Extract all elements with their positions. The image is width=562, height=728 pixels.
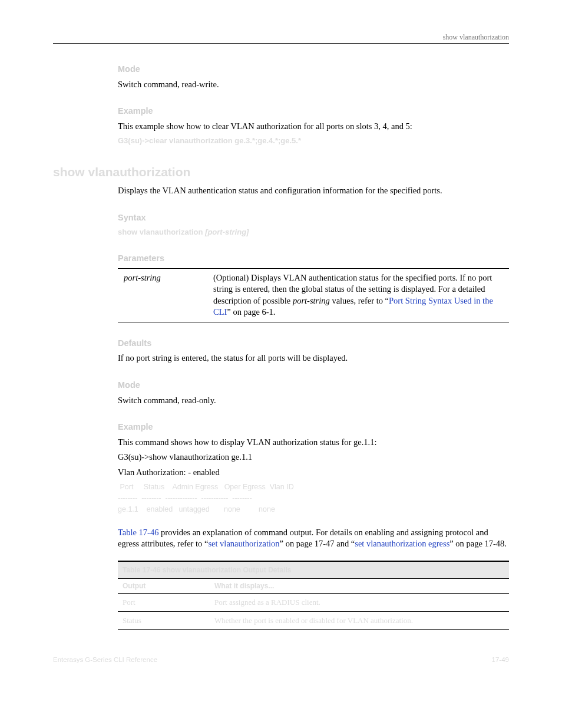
table-col-header-1: Output <box>118 578 210 593</box>
table-row: port-string (Optional) Displays VLAN aut… <box>118 268 509 322</box>
note-paragraph: Table 17-46 provides an explanation of c… <box>118 527 509 550</box>
parameters-table: port-string (Optional) Displays VLAN aut… <box>118 268 509 322</box>
running-header: show vlanauthorization <box>53 32 509 44</box>
command-description: Displays the VLAN authentication status … <box>118 185 509 197</box>
syntax-cmd: show vlanauthorization <box>118 228 205 236</box>
defaults-text: If no port string is entered, the status… <box>118 353 509 364</box>
param-desc-part3: ” on page 6-1. <box>227 307 275 317</box>
note-part-c: ” on page 17-48. <box>449 539 507 548</box>
example-text-2: This command shows how to display VLAN a… <box>118 437 509 449</box>
set-vlanauth-link[interactable]: set vlanauthorization <box>208 539 279 548</box>
table-cell: Whether the port is enabled or disabled … <box>210 611 509 630</box>
table-cell: Status <box>118 611 210 630</box>
parameters-heading: Parameters <box>118 253 509 265</box>
table-cell: Port <box>118 594 210 612</box>
example-text-1: This example show how to clear VLAN auth… <box>118 121 509 133</box>
param-desc-em: port-string <box>293 296 330 305</box>
example-output-block: Port Status Admin Egress Oper Egress Vla… <box>118 482 509 515</box>
param-desc-part2: values, refer to “ <box>330 296 389 305</box>
param-description: (Optional) Displays VLAN authentication … <box>210 268 509 322</box>
example-line-2: Vlan Authorization: - enabled <box>118 467 509 479</box>
mode-text-2: Switch command, read-only. <box>118 395 509 407</box>
output-details-table: Table 17-46 show vlanauthorization Outpu… <box>118 561 509 630</box>
mode-heading-2: Mode <box>118 380 509 391</box>
table-ref-link[interactable]: Table 17-46 <box>118 528 158 537</box>
defaults-heading: Defaults <box>118 338 509 350</box>
table-caption: Table 17-46 show vlanauthorization Outpu… <box>118 561 509 579</box>
example-code-1: G3(su)->clear vlanauthorization ge.3.*;g… <box>118 136 509 146</box>
footer-right: 17-49 <box>492 655 509 665</box>
example-heading-1: Example <box>118 106 509 117</box>
table-row: Port Port assigned as a RADIUS client. <box>118 594 509 612</box>
mode-heading-1: Mode <box>118 64 509 75</box>
mode-text-1: Switch command, read-write. <box>118 79 509 91</box>
page-footer: Enterasys G-Series CLI Reference 17-49 <box>53 655 509 665</box>
example-heading-2: Example <box>118 421 509 433</box>
table-cell: Port assigned as a RADIUS client. <box>210 594 509 612</box>
footer-left: Enterasys G-Series CLI Reference <box>53 655 157 665</box>
table-row: Status Whether the port is enabled or di… <box>118 611 509 630</box>
table-row: Table 17-46 show vlanauthorization Outpu… <box>118 561 509 579</box>
param-name: port-string <box>118 268 210 322</box>
table-col-header-2: What it displays... <box>210 578 509 593</box>
note-part-b: ” on page 17-47 and “ <box>280 539 355 548</box>
table-row: Output What it displays... <box>118 578 509 593</box>
syntax-line: show vlanauthorization [port-string] <box>118 227 509 238</box>
set-vlanauth-egress-link[interactable]: set vlanauthorization egress <box>355 539 449 548</box>
example-line-1: G3(su)->show vlanauthorization ge.1.1 <box>118 452 509 463</box>
syntax-heading: Syntax <box>118 212 509 224</box>
command-title: show vlanauthorization <box>53 164 509 180</box>
syntax-arg: [port-string] <box>205 228 249 236</box>
